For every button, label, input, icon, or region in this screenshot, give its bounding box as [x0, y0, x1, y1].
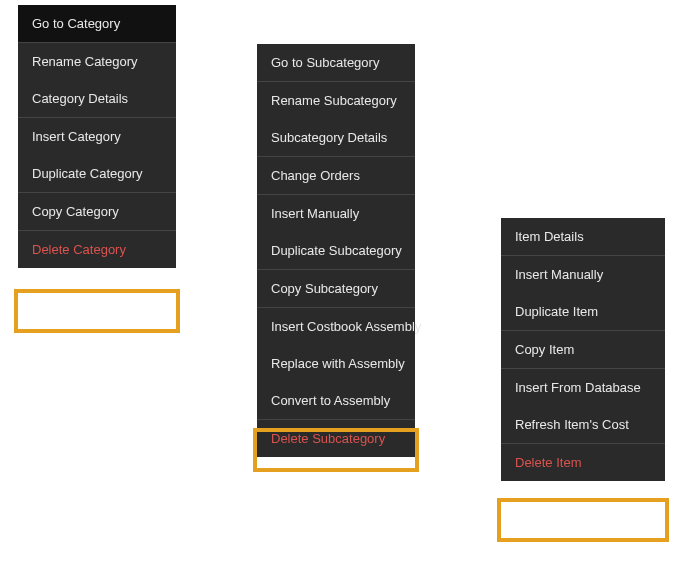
menu-group: Insert From Database Refresh Item's Cost	[501, 369, 665, 444]
menu-item-convert-to-assembly[interactable]: Convert to Assembly	[257, 382, 415, 419]
menu-item-change-orders[interactable]: Change Orders	[257, 157, 415, 194]
menu-group: Copy Subcategory	[257, 270, 415, 308]
menu-group: Insert Costbook Assembly Replace with As…	[257, 308, 415, 420]
menu-item-go-to-subcategory[interactable]: Go to Subcategory	[257, 44, 415, 81]
menu-item-copy-category[interactable]: Copy Category	[18, 193, 176, 230]
menu-group: Insert Manually Duplicate Subcategory	[257, 195, 415, 270]
menu-item-go-to-category[interactable]: Go to Category	[18, 5, 176, 42]
menu-group: Delete Subcategory	[257, 420, 415, 457]
highlight-delete-item	[497, 498, 669, 542]
menu-item-rename-category[interactable]: Rename Category	[18, 43, 176, 80]
menu-item-duplicate-category[interactable]: Duplicate Category	[18, 155, 176, 192]
menu-group: Change Orders	[257, 157, 415, 195]
menu-item-rename-subcategory[interactable]: Rename Subcategory	[257, 82, 415, 119]
menu-group: Go to Category	[18, 5, 176, 43]
item-context-menu: Item Details Insert Manually Duplicate I…	[501, 218, 665, 481]
menu-item-delete-item[interactable]: Delete Item	[501, 444, 665, 481]
menu-item-insert-from-database[interactable]: Insert From Database	[501, 369, 665, 406]
menu-item-copy-subcategory[interactable]: Copy Subcategory	[257, 270, 415, 307]
menu-group: Insert Category Duplicate Category	[18, 118, 176, 193]
menu-group: Rename Subcategory Subcategory Details	[257, 82, 415, 157]
menu-group: Copy Category	[18, 193, 176, 231]
menu-item-category-details[interactable]: Category Details	[18, 80, 176, 117]
category-context-menu: Go to Category Rename Category Category …	[18, 5, 176, 268]
menu-item-insert-manually-item[interactable]: Insert Manually	[501, 256, 665, 293]
menu-group: Rename Category Category Details	[18, 43, 176, 118]
menu-item-insert-manually-sub[interactable]: Insert Manually	[257, 195, 415, 232]
menu-item-subcategory-details[interactable]: Subcategory Details	[257, 119, 415, 156]
menu-item-duplicate-item[interactable]: Duplicate Item	[501, 293, 665, 330]
menu-group: Delete Category	[18, 231, 176, 268]
highlight-delete-category	[14, 289, 180, 333]
menu-group: Go to Subcategory	[257, 44, 415, 82]
menu-item-delete-subcategory[interactable]: Delete Subcategory	[257, 420, 415, 457]
menu-item-replace-with-assembly[interactable]: Replace with Assembly	[257, 345, 415, 382]
subcategory-context-menu: Go to Subcategory Rename Subcategory Sub…	[257, 44, 415, 457]
menu-group: Item Details	[501, 218, 665, 256]
menu-item-insert-category[interactable]: Insert Category	[18, 118, 176, 155]
menu-item-copy-item[interactable]: Copy Item	[501, 331, 665, 368]
menu-group: Copy Item	[501, 331, 665, 369]
menu-item-item-details[interactable]: Item Details	[501, 218, 665, 255]
menu-group: Delete Item	[501, 444, 665, 481]
menu-item-duplicate-subcategory[interactable]: Duplicate Subcategory	[257, 232, 415, 269]
menu-item-refresh-items-cost[interactable]: Refresh Item's Cost	[501, 406, 665, 443]
menu-item-delete-category[interactable]: Delete Category	[18, 231, 176, 268]
menu-group: Insert Manually Duplicate Item	[501, 256, 665, 331]
menu-item-insert-costbook-assembly[interactable]: Insert Costbook Assembly	[257, 308, 415, 345]
